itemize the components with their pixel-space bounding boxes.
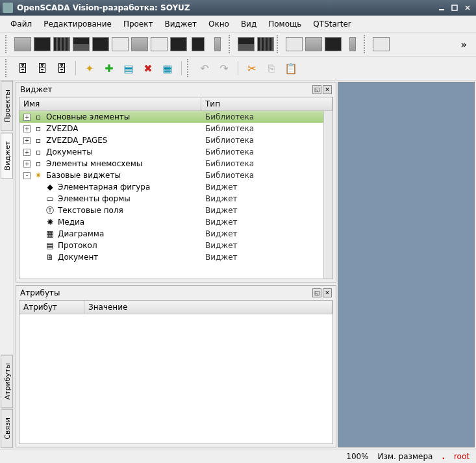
close-button[interactable]: [462, 3, 473, 13]
tab-widgets[interactable]: Виджет: [1, 132, 13, 179]
tree-row[interactable]: ✺МедиаВиджет: [19, 216, 323, 228]
widget-type-8[interactable]: [151, 36, 168, 53]
copy-button[interactable]: ⎘: [263, 60, 280, 77]
attr-body[interactable]: [22, 314, 330, 441]
edit-widget-button[interactable]: ▤: [120, 60, 137, 77]
tree-row[interactable]: ⓉТекстовые поляВиджет: [19, 205, 323, 216]
tree-row[interactable]: ▭Элементы формыВиджет: [19, 193, 323, 205]
toolbar-handle-5[interactable]: [5, 59, 9, 77]
widget-panel-title: Виджет: [20, 85, 311, 94]
tab-projects[interactable]: Проекты: [1, 81, 13, 131]
tree-expander[interactable]: +: [23, 137, 31, 144]
tree-expander[interactable]: +: [23, 160, 31, 168]
menu-window[interactable]: Окно: [203, 17, 234, 31]
column-value[interactable]: Значение: [84, 301, 332, 314]
db-button[interactable]: 🗄: [53, 60, 70, 77]
widget-type-7[interactable]: [131, 36, 148, 53]
widget-type-11[interactable]: [209, 36, 226, 53]
tree-row[interactable]: 🗎ДокументВиджет: [19, 251, 323, 263]
tree-row[interactable]: +▫ZVEZDA_PAGESБиблиотека: [19, 134, 323, 146]
tree-expander[interactable]: +: [23, 149, 31, 156]
edit-icon: ▤: [121, 60, 136, 76]
tree-row-name: Документ: [58, 253, 98, 262]
menu-project[interactable]: Проект: [118, 17, 158, 31]
tree-row-name: Элементарная фигура: [58, 182, 150, 192]
attr-header: Атрибут Значение: [19, 301, 332, 314]
widget-type-15[interactable]: [305, 36, 322, 53]
design-canvas[interactable]: [338, 82, 475, 447]
widget-type-13[interactable]: [257, 36, 274, 53]
maximize-button[interactable]: [449, 3, 460, 13]
vertical-scrollbar[interactable]: [323, 111, 332, 279]
menu-qtstarter[interactable]: QTStarter: [308, 17, 356, 31]
tab-attributes[interactable]: Атрибуты: [1, 355, 13, 408]
tree-row[interactable]: ▦ДиаграммаВиджет: [19, 228, 323, 240]
svg-rect-0: [439, 9, 444, 10]
tree-row[interactable]: +▫ZVEZDAБиблиотека: [19, 123, 323, 134]
new-widget-button[interactable]: ✚: [101, 60, 118, 77]
widget-type-12[interactable]: [238, 36, 255, 53]
new-lib-button[interactable]: ✦: [81, 60, 98, 77]
toolbar-handle-6[interactable]: [187, 59, 191, 77]
widget-type-4[interactable]: [73, 36, 90, 53]
delete-widget-button[interactable]: ✖: [140, 60, 157, 77]
delete-icon: ✖: [140, 60, 156, 76]
toolbar-handle[interactable]: [5, 35, 9, 53]
widget-type-6[interactable]: [112, 36, 129, 53]
column-type[interactable]: Тип: [201, 97, 332, 110]
widget-type-14[interactable]: [286, 36, 303, 53]
tree-row[interactable]: +▫ДокументыБиблиотека: [19, 146, 323, 158]
redo-button[interactable]: ↷: [216, 60, 232, 77]
document-icon: 🗎: [45, 252, 55, 262]
widget-type-3[interactable]: [53, 36, 70, 53]
save-db-button[interactable]: 🗄: [34, 60, 51, 77]
tree-body[interactable]: +▫Основные элементыБиблиотека+▫ZVEZDAБиб…: [19, 111, 323, 279]
widget-type-5[interactable]: [92, 36, 109, 53]
load-db-button[interactable]: 🗄: [14, 60, 31, 77]
menu-file[interactable]: Файл: [5, 17, 37, 31]
minimize-button[interactable]: [436, 3, 447, 13]
panel-float-button[interactable]: ◱: [312, 85, 321, 94]
form-icon: ▭: [45, 194, 55, 204]
tree-row[interactable]: ▤ПротоколВиджет: [19, 240, 323, 251]
tree-row-type: Виджет: [205, 241, 238, 250]
panel-close-button[interactable]: ✕: [323, 85, 332, 94]
separator: [181, 61, 182, 75]
toolbar-handle-2[interactable]: [229, 35, 232, 53]
tree-expander[interactable]: +: [23, 125, 31, 132]
paste-button[interactable]: 📋: [282, 60, 299, 77]
menu-edit[interactable]: Редактирование: [38, 17, 117, 31]
widget-type-10[interactable]: [190, 36, 207, 53]
widget-type-2[interactable]: [34, 36, 51, 53]
tree-row-name: ZVEZDA_PAGES: [46, 136, 107, 145]
tree-row-type: Виджет: [205, 182, 238, 192]
tree-expander[interactable]: +: [23, 114, 31, 121]
widget-type-1[interactable]: [14, 36, 31, 53]
widget-type-17[interactable]: [344, 36, 361, 53]
menu-widget[interactable]: Виджет: [159, 17, 202, 31]
tree-row[interactable]: +▫Элементы мнемосхемыБиблиотека: [19, 158, 323, 169]
menu-help[interactable]: Помощь: [263, 17, 307, 31]
tree-row[interactable]: +▫Основные элементыБиблиотека: [19, 111, 323, 123]
widget-panel: Виджет ◱ ✕ Имя Тип +▫Основные элементыБи…: [16, 82, 336, 282]
widget-type-16[interactable]: [325, 36, 342, 53]
tree-row[interactable]: -✷Базовые виджетыБиблиотека: [19, 169, 323, 181]
column-name[interactable]: Имя: [19, 97, 201, 110]
status-user: root: [454, 452, 470, 461]
panel-float-button[interactable]: ◱: [312, 288, 321, 297]
tree-row-name: Элементы мнемосхемы: [46, 159, 142, 168]
toolbar-handle-4[interactable]: [364, 35, 368, 53]
toolbar-handle-3[interactable]: [277, 35, 281, 53]
tree-expander[interactable]: -: [23, 172, 31, 179]
widget-type-9[interactable]: [170, 36, 187, 53]
panel-close-button[interactable]: ✕: [323, 288, 332, 297]
properties-button[interactable]: ▦: [159, 60, 176, 77]
tree-row[interactable]: ◆Элементарная фигураВиджет: [19, 181, 323, 193]
undo-button[interactable]: ↶: [196, 60, 213, 77]
widget-type-18[interactable]: [373, 36, 390, 53]
cut-button[interactable]: ✂: [244, 60, 260, 77]
tab-links[interactable]: Связи: [1, 409, 13, 448]
column-attr[interactable]: Атрибут: [19, 301, 84, 314]
menu-view[interactable]: Вид: [236, 17, 262, 31]
toolbar-overflow[interactable]: »: [457, 38, 471, 51]
